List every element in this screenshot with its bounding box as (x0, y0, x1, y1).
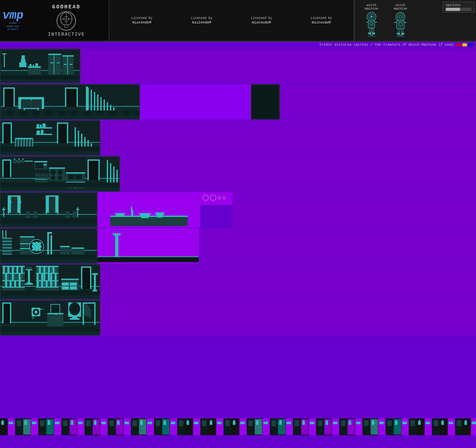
svg-rect-12 (370, 28, 371, 33)
sprite-panel-library (0, 264, 100, 300)
license-3-label: Licensed by (251, 16, 272, 20)
vmp-subtext: video memories project (7, 22, 19, 31)
purple-fill-2 (140, 84, 251, 120)
sprite-panel-bedroom (0, 49, 80, 83)
sprite-panel-dining (0, 192, 97, 228)
credit-text: Credit Victoria Lacroix / the creators o… (320, 43, 455, 47)
witch-machine-1-label: witch machine (365, 4, 378, 11)
license-4-label: Licensed by (311, 16, 332, 20)
license-area: Licensed by Niutendo® Licensed by Niulen… (109, 0, 354, 41)
svg-rect-26 (401, 29, 403, 33)
icon-circle-1 (202, 194, 209, 201)
license-2-label: Licensed by (191, 16, 212, 20)
svg-rect-17 (368, 36, 376, 37)
witch-machine-2-label: witch machine (394, 4, 407, 11)
witch-figure-1 (360, 12, 383, 38)
credit-line: Credit Victoria Lacroix / the creators o… (320, 43, 473, 47)
options-panel: options (443, 2, 474, 13)
flag-blue (468, 43, 473, 46)
license-2-brand: Niulendo® (192, 21, 211, 24)
witch-machine-2: witch machine (389, 4, 412, 38)
purple-fill-4 (120, 156, 476, 192)
svg-rect-15 (372, 32, 375, 34)
filmstrip (0, 418, 476, 435)
purple-fill-6 (97, 228, 199, 264)
svg-rect-4 (65, 25, 68, 27)
godhead-logo-icon (57, 11, 76, 31)
flag-red (457, 43, 461, 46)
vmp-text: vmp (3, 10, 23, 22)
license-3-brand: Niuteudo® (252, 21, 271, 24)
vmp-logo: vmp video memories project (3, 10, 23, 31)
svg-rect-25 (398, 29, 400, 33)
sprite-panel-kitchen (0, 156, 120, 192)
license-1-brand: Niutendo® (132, 21, 151, 24)
witch-area: options witch machine (354, 0, 476, 41)
purple-fill-3 (100, 120, 476, 156)
godhead-subtitle: INTERACTIVE (48, 32, 85, 37)
svg-rect-13 (372, 28, 374, 33)
purple-fill-8 (100, 300, 476, 336)
svg-point-7 (371, 16, 372, 18)
sprite-panel-basement (0, 228, 97, 264)
license-1: Licensed by Niutendo® (131, 16, 152, 24)
godhead-area: GODHEAD INTERACTIVE (27, 4, 106, 37)
witch-machine-1: witch machine (360, 4, 383, 38)
header: vmp video memories project GODHEAD INTER… (0, 0, 476, 42)
purple-fill-5 (97, 192, 200, 228)
svg-rect-14 (368, 32, 371, 34)
options-label: options (446, 3, 471, 7)
license-4: Licensed by Niuteu9o® (311, 16, 332, 24)
main-content: ⚙ ⚙ (0, 49, 476, 435)
svg-point-18 (396, 12, 405, 21)
purple-fill-1 (80, 49, 476, 83)
svg-rect-30 (396, 36, 405, 37)
godhead-title: GODHEAD (52, 4, 80, 10)
purple-fill-7 (100, 264, 476, 300)
witch-figure-2 (389, 12, 412, 38)
purple-fill-2b (280, 84, 476, 120)
license-4-brand: Niuteu9o® (312, 21, 331, 24)
icon-circle-2 (210, 194, 216, 201)
options-bar[interactable] (446, 8, 471, 11)
flag-yellow (462, 43, 467, 46)
license-1-label: Licensed by (131, 16, 152, 20)
icon-gear-1: ⚙ (218, 194, 221, 201)
purple-fill-5c (233, 192, 476, 228)
icon-gear-2: ⚙ (223, 194, 226, 201)
sprite-panel-utility (0, 120, 100, 156)
purple-fill-6c (199, 228, 476, 264)
sprite-panel-hallway (0, 84, 140, 120)
options-bar-fill (446, 8, 460, 11)
sprite-panel-dressing (0, 300, 100, 336)
sprite-panel-icons: ⚙ ⚙ (200, 192, 233, 205)
license-3: Licensed by Niuteudo® (251, 16, 272, 24)
sprite-panel-stairs-right (251, 84, 280, 120)
license-2: Licensed by Niulendo® (191, 16, 212, 24)
logo-area: vmp video memories project GODHEAD INTER… (0, 0, 109, 41)
